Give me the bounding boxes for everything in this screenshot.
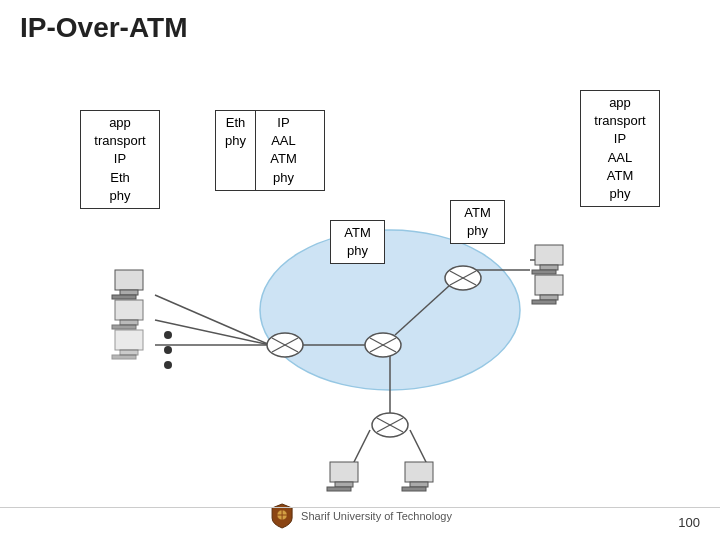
svg-rect-43 <box>327 487 351 491</box>
svg-line-30 <box>450 271 476 285</box>
svg-rect-15 <box>120 290 138 295</box>
university-name: Sharif University of Technology <box>301 510 452 522</box>
svg-rect-22 <box>112 355 136 359</box>
stack-right-ip: IP <box>587 130 653 148</box>
svg-point-23 <box>267 333 303 357</box>
svg-line-1 <box>155 295 270 345</box>
svg-rect-18 <box>120 320 138 325</box>
svg-line-27 <box>370 338 396 352</box>
svg-line-34 <box>377 418 403 432</box>
svg-point-11 <box>164 331 172 339</box>
stack-atm-right-atm: ATM <box>457 204 498 222</box>
svg-line-33 <box>377 418 403 432</box>
svg-point-29 <box>445 266 481 290</box>
svg-rect-36 <box>540 265 558 270</box>
svg-line-2 <box>155 320 270 345</box>
svg-rect-16 <box>112 295 136 299</box>
svg-line-25 <box>272 338 298 352</box>
svg-line-28 <box>370 338 396 352</box>
stack-right-phy: phy <box>587 185 653 203</box>
stack-atm-node-left: ATM phy <box>330 220 385 264</box>
svg-line-10 <box>410 430 430 470</box>
svg-point-12 <box>164 346 172 354</box>
svg-rect-42 <box>335 482 353 487</box>
page-title: IP-Over-ATM <box>20 12 188 44</box>
svg-rect-19 <box>112 325 136 329</box>
stack-middle-atm: ATM <box>262 150 305 168</box>
stack-atm-left-phy: phy <box>337 242 378 260</box>
svg-point-26 <box>365 333 401 357</box>
stack-middle-right-phy: phy <box>262 169 305 187</box>
stack-middle-ip: IP <box>262 114 305 132</box>
svg-point-0 <box>260 230 520 390</box>
stack-right-transport: transport <box>587 112 653 130</box>
svg-rect-41 <box>330 462 358 482</box>
stack-middle-left-phy: phy <box>222 132 249 150</box>
stack-right-app: app <box>587 94 653 112</box>
stack-right-atm: ATM <box>587 167 653 185</box>
stack-right-aal: AAL <box>587 149 653 167</box>
stack-right: app transport IP AAL ATM phy <box>580 90 660 207</box>
svg-line-9 <box>350 430 370 470</box>
stack-atm-left-atm: ATM <box>337 224 378 242</box>
svg-line-24 <box>272 338 298 352</box>
svg-line-5 <box>395 285 450 335</box>
stack-left-eth: Eth <box>87 169 153 187</box>
stack-left: app transport IP Eth phy <box>80 110 160 209</box>
svg-rect-37 <box>532 270 556 274</box>
svg-point-32 <box>372 413 408 437</box>
svg-rect-21 <box>120 350 138 355</box>
stack-left-app: app <box>87 114 153 132</box>
svg-rect-45 <box>410 482 428 487</box>
svg-rect-46 <box>402 487 426 491</box>
bottom-divider <box>0 507 720 508</box>
stack-atm-right-phy: phy <box>457 222 498 240</box>
svg-rect-14 <box>115 270 143 290</box>
page-number: 100 <box>678 515 700 530</box>
svg-rect-20 <box>115 330 143 350</box>
stack-atm-node-right: ATM phy <box>450 200 505 244</box>
svg-rect-39 <box>540 295 558 300</box>
svg-rect-35 <box>535 245 563 265</box>
svg-point-13 <box>164 361 172 369</box>
svg-rect-40 <box>532 300 556 304</box>
stack-middle: Eth phy IP AAL ATM phy <box>215 110 325 191</box>
svg-rect-44 <box>405 462 433 482</box>
svg-line-31 <box>450 271 476 285</box>
stack-left-transport: transport <box>87 132 153 150</box>
stack-left-ip: IP <box>87 150 153 168</box>
svg-rect-17 <box>115 300 143 320</box>
stack-middle-eth-label: Eth <box>222 114 249 132</box>
stack-middle-aal: AAL <box>262 132 305 150</box>
svg-rect-38 <box>535 275 563 295</box>
stack-left-phy: phy <box>87 187 153 205</box>
network-diagram <box>0 0 720 540</box>
